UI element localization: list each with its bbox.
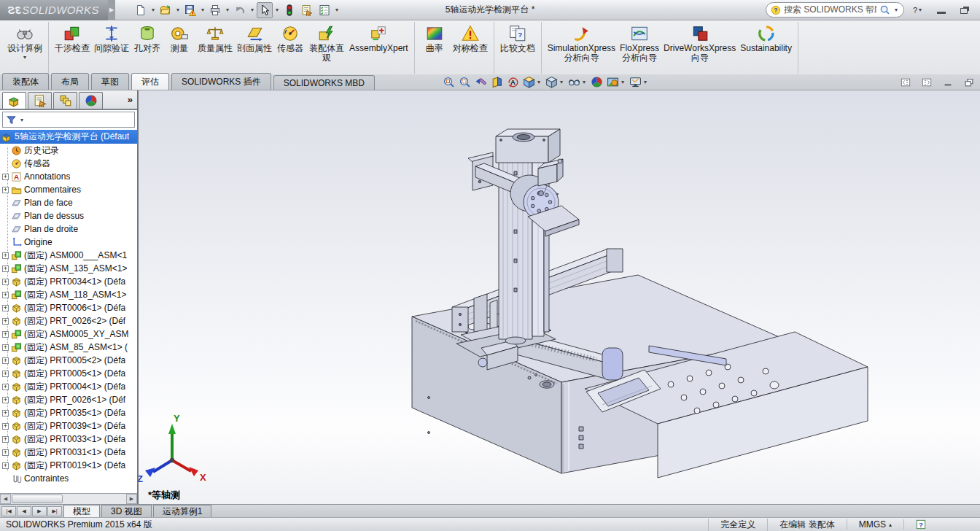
tree-item[interactable]: 传感器: [0, 157, 137, 170]
tree-item[interactable]: 历史记录: [0, 144, 137, 157]
panel-tab-displaymanager[interactable]: [79, 92, 103, 109]
expand-toggle[interactable]: +: [2, 252, 9, 259]
select-button[interactable]: [257, 2, 273, 18]
doc-tab-模型[interactable]: 模型: [63, 505, 100, 517]
tree-item[interactable]: +(固定) PRT0033<1> (Défa: [0, 433, 137, 446]
tab-scroll-last[interactable]: ▶|: [47, 506, 62, 516]
panel-tab-propertymanager[interactable]: [28, 92, 52, 109]
tree-item[interactable]: +(固定) ASM0005_XY_ASM: [0, 327, 137, 341]
doc-minimize-button[interactable]: [940, 76, 956, 88]
tree-item[interactable]: +(固定) PRT0039<1> (Défa: [0, 419, 137, 433]
section-view-button[interactable]: [490, 75, 504, 89]
display-style-button[interactable]: ▾: [545, 75, 565, 89]
tab-装配体[interactable]: 装配体: [2, 73, 49, 90]
expand-toggle[interactable]: +: [2, 344, 9, 351]
ribbon-button-measure[interactable]: 测量: [163, 23, 195, 55]
tree-item[interactable]: +Commentaires: [0, 183, 137, 196]
undo-button[interactable]: [232, 2, 248, 18]
tree-item[interactable]: +(固定) PRT0019<1> (Défa: [0, 459, 137, 472]
hide-show-items-button[interactable]: ▾: [567, 75, 588, 89]
rebuild-button[interactable]: [281, 2, 298, 18]
ribbon-button-curvature[interactable]: 曲率: [419, 23, 451, 55]
zoom-to-fit-button[interactable]: [442, 75, 456, 89]
tree-item[interactable]: +(固定) PRT0034<1> (Défa: [0, 275, 137, 288]
ribbon-button-sensor[interactable]: 传感器: [274, 23, 306, 55]
tab-scroll-next[interactable]: ▶: [32, 506, 47, 516]
ribbon-button-flo-xpress[interactable]: FloXpress 分析向导: [618, 23, 661, 64]
tree-horizontal-scrollbar[interactable]: ◀ ▶: [0, 493, 137, 504]
search-icon[interactable]: [879, 4, 890, 15]
panel-tab-featuremanager[interactable]: [2, 92, 26, 109]
tab-评估[interactable]: 评估: [131, 73, 169, 90]
expand-toggle[interactable]: +: [2, 371, 9, 377]
expand-toggle[interactable]: +: [2, 357, 9, 364]
minimize-button[interactable]: [932, 4, 951, 17]
expand-toggle[interactable]: +: [2, 384, 9, 390]
search-box[interactable]: ? 搜索 SOLIDWORKS 帮助 ▾: [766, 2, 904, 18]
expand-toggle[interactable]: +: [2, 279, 9, 285]
help-button[interactable]: ?▾: [909, 4, 928, 17]
undo-dropdown-icon[interactable]: ▾: [249, 7, 255, 13]
print-button[interactable]: [207, 2, 223, 18]
expand-toggle[interactable]: +: [2, 187, 9, 193]
apply-scene-dropdown-icon[interactable]: ▾: [620, 79, 626, 85]
zoom-to-area-button[interactable]: [458, 75, 472, 89]
ribbon-button-simulation-xpress[interactable]: SimulationXpress 分析向导: [545, 23, 618, 64]
tab-SOLIDWORKS MBD[interactable]: SOLIDWORKS MBD: [273, 75, 375, 90]
options-dropdown-icon[interactable]: ▾: [334, 7, 340, 13]
expand-toggle[interactable]: +: [2, 318, 9, 325]
tab-布局[interactable]: 布局: [51, 73, 89, 90]
panel-overflow-chevron[interactable]: »: [128, 94, 133, 105]
scrollbar-thumb[interactable]: [12, 495, 63, 503]
open-dropdown-icon[interactable]: ▾: [175, 7, 181, 13]
tree-item[interactable]: Plan de droite: [0, 222, 137, 236]
tree-filter[interactable]: ▾: [2, 112, 135, 128]
model-3d[interactable]: Y X Z: [139, 90, 980, 504]
previous-view-button[interactable]: [474, 75, 488, 89]
expand-toggle[interactable]: +: [2, 397, 9, 403]
restore-button[interactable]: [955, 4, 974, 17]
select-dropdown-icon[interactable]: ▾: [274, 7, 280, 13]
tree-item[interactable]: +(固定) ASM_135_ASM<1>: [0, 262, 137, 275]
ribbon-button-hole-align[interactable]: 孔对齐: [131, 23, 163, 55]
logo-expand-arrow[interactable]: ▶: [108, 0, 115, 20]
print-dropdown-icon[interactable]: ▾: [225, 7, 230, 13]
panel-tab-configurationmanager[interactable]: [53, 92, 77, 109]
tree-item[interactable]: +(固定) PRT0004<1> (Défa: [0, 380, 137, 393]
expand-toggle[interactable]: +: [2, 449, 9, 456]
tree-item[interactable]: Origine: [0, 236, 137, 249]
view-orientation-button[interactable]: ▾: [522, 75, 542, 89]
tab-scroll-prev[interactable]: ◀: [17, 506, 31, 516]
expand-toggle[interactable]: +: [2, 174, 9, 180]
graphics-viewport[interactable]: Y X Z *等轴测: [139, 90, 980, 504]
expand-toggle[interactable]: +: [2, 436, 9, 443]
ribbon-button-assembly-visualization[interactable]: 装配体直观: [306, 23, 347, 64]
scroll-left-arrow[interactable]: ◀: [0, 494, 11, 504]
new-document-dropdown-icon[interactable]: ▾: [150, 7, 156, 13]
tree-item[interactable]: +(固定) PRT0031<1> (Défa: [0, 446, 137, 459]
ribbon-button-driveworks-xpress[interactable]: DriveWorksXpress 向导: [661, 23, 738, 64]
ribbon-button-assembly-xpert[interactable]: AssemblyXpert: [347, 23, 411, 55]
ribbon-button-design-study[interactable]: 设计算例▾: [5, 23, 44, 62]
new-document-button[interactable]: [133, 2, 149, 18]
open-button[interactable]: [158, 2, 174, 18]
view-settings-button[interactable]: ▾: [629, 75, 649, 89]
tab-草图[interactable]: 草图: [91, 73, 129, 90]
status-help-button[interactable]: ?: [903, 519, 938, 530]
scroll-right-arrow[interactable]: ▶: [126, 494, 137, 504]
tree-item[interactable]: +(固定) PRT_0026<2> (Déf: [0, 314, 137, 327]
ribbon-button-symmetry-check[interactable]: 对称检查: [451, 23, 490, 55]
expand-toggle[interactable]: +: [2, 410, 9, 416]
ribbon-button-section-properties[interactable]: 剖面属性: [235, 23, 274, 55]
save-button[interactable]: [182, 2, 198, 18]
tree-item[interactable]: Plan de face: [0, 196, 137, 209]
expand-toggle[interactable]: +: [2, 462, 9, 469]
ribbon-button-interference[interactable]: 干涉检查: [52, 23, 92, 55]
hide-show-items-dropdown-icon[interactable]: ▾: [581, 79, 587, 85]
tree-item[interactable]: +(固定) ASM000___ASM<1: [0, 249, 137, 262]
tree-item[interactable]: Contraintes: [0, 472, 137, 485]
doc-tab-运动算例1[interactable]: 运动算例1: [153, 505, 212, 517]
file-properties-button[interactable]: [299, 2, 315, 18]
tab-SOLIDWORKS 插件[interactable]: SOLIDWORKS 插件: [171, 73, 271, 90]
units-selector[interactable]: MMGS▴: [847, 519, 903, 530]
